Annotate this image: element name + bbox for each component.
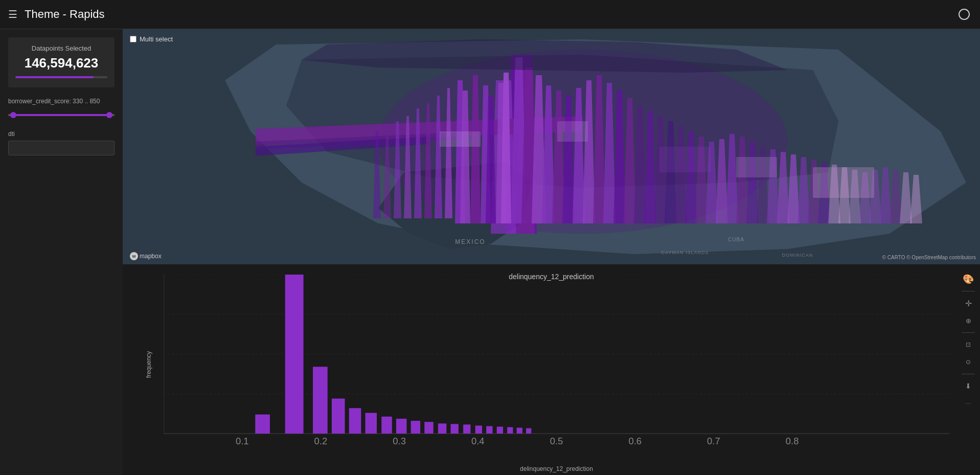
svg-text:0.7: 0.7: [707, 436, 720, 446]
map-visualization: MEXICO CUBA CAYMAN ISLANDS DOMINICAN: [123, 29, 980, 264]
mapbox-icon: M: [130, 252, 138, 260]
svg-text:0.1: 0.1: [236, 436, 249, 446]
datapoints-card: Datapoints Selected 146,594,623: [8, 37, 115, 87]
svg-text:DOMINICAN: DOMINICAN: [782, 253, 813, 258]
dti-input[interactable]: [8, 141, 115, 155]
x-axis-label: delinquency_12_prediction: [520, 465, 593, 472]
svg-rect-89: [285, 275, 304, 434]
user-avatar[interactable]: [959, 9, 970, 20]
carto-attribution: © CARTO: [882, 255, 905, 260]
datapoints-bar-fill: [15, 76, 94, 78]
credit-score-label: borrower_credit_score: 330 .. 850: [8, 98, 115, 105]
datapoints-label: Datapoints Selected: [15, 44, 107, 52]
sidebar: Datapoints Selected 146,594,623 borrower…: [0, 29, 123, 475]
more-icon[interactable]: ···: [962, 397, 975, 410]
svg-rect-93: [365, 413, 377, 433]
svg-rect-97: [424, 422, 433, 434]
range-fill: [10, 114, 112, 116]
chart-svg: 8.000e+7 6.000e+7 4.000e+7 2.000e+7 0.00…: [164, 275, 949, 455]
osm-attribution: © OpenStreetMap: [906, 255, 948, 260]
svg-rect-102: [486, 426, 492, 434]
lasso-icon[interactable]: ⊙: [962, 355, 975, 369]
svg-text:0.2: 0.2: [314, 436, 328, 446]
svg-rect-68: [440, 131, 481, 147]
svg-rect-70: [659, 147, 711, 172]
move-icon[interactable]: ✛: [962, 297, 975, 310]
mapbox-logo: M mapbox: [130, 252, 162, 260]
svg-rect-69: [557, 121, 588, 142]
svg-text:0.3: 0.3: [393, 436, 406, 446]
svg-rect-104: [507, 427, 513, 433]
histogram-toolbar: 🎨 ✛ ⊕ ⊡ ⊙ ⬇ ···: [962, 273, 975, 410]
svg-rect-98: [438, 423, 446, 434]
svg-rect-95: [396, 419, 406, 434]
dti-filter: dti: [8, 130, 115, 155]
menu-icon[interactable]: ☰: [8, 8, 17, 20]
select-icon[interactable]: ⊡: [962, 338, 975, 351]
app-title: Theme - Rapids: [25, 8, 105, 21]
toolbar-divider-3: [962, 374, 975, 374]
range-track: [8, 114, 115, 116]
datapoints-value: 146,594,623: [15, 55, 107, 71]
svg-text:0.6: 0.6: [628, 436, 642, 446]
multi-select-text: Multi select: [140, 35, 173, 43]
y-axis-label: frequency: [145, 351, 152, 378]
toolbar-divider-1: [962, 291, 975, 291]
contributors-attribution: contributors: [949, 255, 976, 260]
map-attribution: M mapbox: [130, 252, 162, 260]
main-content: Datapoints Selected 146,594,623 borrower…: [0, 29, 980, 475]
svg-rect-91: [332, 399, 345, 434]
color-wheel-icon[interactable]: 🎨: [962, 273, 975, 286]
toolbar-divider-2: [962, 332, 975, 333]
right-panel: MEXICO CUBA CAYMAN ISLANDS DOMINICAN Mul…: [123, 29, 980, 475]
credit-score-slider[interactable]: [8, 110, 115, 120]
histogram-chart: frequency delinquency_12_prediction 8.00…: [164, 275, 949, 455]
svg-rect-99: [451, 424, 459, 434]
svg-text:0.8: 0.8: [786, 436, 799, 446]
svg-rect-100: [463, 424, 470, 434]
multi-select-checkbox[interactable]: [130, 36, 136, 42]
map-container[interactable]: MEXICO CUBA CAYMAN ISLANDS DOMINICAN Mul…: [123, 29, 980, 264]
svg-rect-72: [813, 167, 874, 198]
svg-rect-96: [411, 421, 420, 434]
histogram-container: delinquency_12_prediction 🎨 ✛ ⊕ ⊡ ⊙ ⬇ ··…: [123, 264, 980, 475]
mapbox-label: mapbox: [140, 253, 162, 260]
header: ☰ Theme - Rapids: [0, 0, 980, 29]
multi-select-label[interactable]: Multi select: [130, 35, 173, 43]
svg-rect-101: [475, 425, 482, 434]
credit-score-filter: borrower_credit_score: 330 .. 850: [8, 98, 115, 120]
svg-text:CAYMAN ISLANDS: CAYMAN ISLANDS: [662, 250, 709, 255]
svg-text:MEXICO: MEXICO: [455, 238, 485, 245]
svg-rect-71: [736, 157, 777, 177]
svg-text:0.5: 0.5: [550, 436, 563, 446]
zoom-icon[interactable]: ⊕: [962, 314, 975, 327]
svg-text:0.4: 0.4: [471, 436, 485, 446]
svg-rect-105: [517, 428, 522, 434]
range-thumb-left[interactable]: [10, 112, 16, 118]
svg-rect-103: [497, 426, 503, 433]
download-icon[interactable]: ⬇: [962, 379, 975, 393]
svg-text:CUBA: CUBA: [728, 237, 744, 242]
range-thumb-right[interactable]: [106, 112, 112, 118]
datapoints-progress-bar: [15, 76, 107, 78]
svg-rect-106: [526, 428, 531, 434]
dti-label: dti: [8, 130, 115, 138]
svg-rect-90: [313, 367, 328, 434]
svg-rect-94: [381, 417, 392, 434]
map-attribution-right: © CARTO © OpenStreetMap contributors: [882, 255, 976, 260]
svg-rect-92: [349, 408, 361, 434]
svg-rect-88: [255, 415, 270, 434]
